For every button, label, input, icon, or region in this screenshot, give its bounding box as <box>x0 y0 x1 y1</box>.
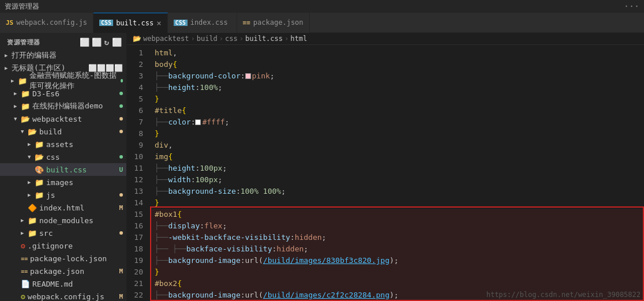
tree-item-assets[interactable]: ▶ 📁 assets <box>0 138 126 150</box>
item-label: 在线拓扑编辑器demo <box>32 101 103 111</box>
collapse-icon[interactable]: ⬜ <box>112 37 122 47</box>
breadcrumb-build[interactable]: build <box>197 35 218 43</box>
code-line-17: ├── -webkit-backface-visibility: hidden; <box>150 232 644 243</box>
code-line-9: div, <box>150 140 644 151</box>
breadcrumb-html[interactable]: html <box>290 35 307 43</box>
tree-item-gitignore[interactable]: ⚙ .gitignore <box>0 239 126 252</box>
sidebar-section-open-editors[interactable]: ▶ 打开的编辑器 <box>0 49 126 62</box>
css-file-icon: 🎨 <box>35 165 44 174</box>
breadcrumb-part: 📂 <box>133 35 141 43</box>
code-editor[interactable]: 12345 678910 1112131415 1617181920 21222… <box>127 45 644 301</box>
badge-m: M <box>119 293 123 300</box>
status-dot <box>119 231 123 235</box>
code-line-19: ├── background-image: url(/build/images/… <box>150 255 644 266</box>
item-label: build <box>39 127 62 136</box>
tab-webpack-config[interactable]: JS webpack.config.js <box>0 13 93 33</box>
folder-icon: 📁 <box>35 178 44 187</box>
code-line-20: } <box>150 266 644 278</box>
folder-icon: 📁 <box>35 191 44 200</box>
status-dot <box>119 130 123 133</box>
badge-m: M <box>119 204 123 212</box>
code-line-21: #box2 { <box>150 278 644 289</box>
line-numbers: 12345 678910 1112131415 1617181920 21222… <box>127 45 150 301</box>
ellipsis-icon[interactable]: ··· <box>624 1 639 12</box>
arrow-icon: ▶ <box>14 103 21 109</box>
tabbar: JS webpack.config.js CSS built.css × CSS… <box>0 13 644 33</box>
code-line-1: html, <box>150 47 644 59</box>
item-label: css <box>46 153 59 161</box>
breadcrumb-sep: › <box>219 35 223 43</box>
breadcrumb-css[interactable]: css <box>225 35 238 43</box>
tab-label: built.css <box>116 19 153 27</box>
tree-item-webpacktest[interactable]: ▼ 📂 webpacktest <box>0 112 126 125</box>
tree-item-readme[interactable]: 📄 README.md <box>0 277 126 290</box>
js-file-icon: ⚙ <box>21 292 25 301</box>
tree-item-topology[interactable]: ▶ 📁 在线拓扑编辑器demo <box>0 100 126 112</box>
arrow-icon: ▶ <box>5 65 12 71</box>
arrow-icon: ▶ <box>11 78 18 84</box>
item-label: webpack.config.js <box>28 292 104 301</box>
html-file-icon: 🔶 <box>28 204 37 212</box>
md-file-icon: 📄 <box>21 280 30 288</box>
code-line-11: ├── height: 100px; <box>150 163 644 174</box>
tab-label: webpack.config.js <box>16 18 87 27</box>
item-label: assets <box>46 140 73 149</box>
tab-label: index.css <box>190 18 228 27</box>
tree-item-node-modules[interactable]: ▶ 📁 node_modules <box>0 214 126 227</box>
item-label: webpacktest <box>32 115 82 123</box>
tree-item-package-lock[interactable]: ≡≡ package-lock.json <box>0 252 126 265</box>
new-folder-icon[interactable]: ⬜ <box>92 37 102 47</box>
color-swatch <box>195 119 201 125</box>
tree-item-built-css[interactable]: 🎨 built.css U <box>0 163 126 176</box>
css-icon: CSS <box>174 20 188 26</box>
folder-icon: 📁 <box>18 77 27 85</box>
main-area: 资源管理器 ⬜ ⬜ ↻ ⬜ ▶ 打开的编辑器 ▶ 无标题(工作区) ⬜⬜⬜⬜ <box>0 33 644 301</box>
breadcrumb-built-css[interactable]: built.css <box>245 35 283 43</box>
tab-index-css[interactable]: CSS index.css <box>168 13 237 33</box>
breadcrumb-sep: › <box>239 35 244 43</box>
code-line-22: ├── background-image: url(/build/images/… <box>150 289 644 301</box>
code-wrapper: html, body { ├── background-color: pink;… <box>150 45 644 301</box>
item-label: D3-Es6 <box>32 89 59 98</box>
tree-item-css[interactable]: ▼ 📂 css <box>0 150 126 163</box>
tab-package-json[interactable]: ≡≡ package.json <box>237 13 310 33</box>
arrow-icon: ▶ <box>5 52 12 58</box>
code-line-10: img { <box>150 151 644 163</box>
tree-item-js[interactable]: ▶ 📁 js <box>0 189 126 201</box>
sidebar-header: 资源管理器 ⬜ ⬜ ↻ ⬜ <box>0 33 126 49</box>
sidebar: 资源管理器 ⬜ ⬜ ↻ ⬜ ▶ 打开的编辑器 ▶ 无标题(工作区) ⬜⬜⬜⬜ <box>0 33 127 301</box>
arrow-icon: ▼ <box>28 154 35 160</box>
code-line-5: } <box>150 93 644 105</box>
status-dot <box>119 104 123 108</box>
folder-open-icon: 📂 <box>21 115 30 123</box>
item-label: built.css <box>46 165 87 174</box>
code-line-4: ├── height: 100%; <box>150 82 644 93</box>
tree-item-webpack-config[interactable]: ⚙ webpack.config.js M <box>0 290 126 301</box>
code-line-7: ├── color: #ffff; <box>150 116 644 128</box>
folder-open-icon: 📂 <box>28 127 37 136</box>
tree-item-index-html[interactable]: 🔶 index.html M <box>0 201 126 214</box>
sidebar-body: ▶ 打开的编辑器 ▶ 无标题(工作区) ⬜⬜⬜⬜ ▶ 📁 金融营销赋能系统-图数… <box>0 49 126 301</box>
new-file-icon[interactable]: ⬜ <box>80 37 90 47</box>
arrow-icon: ▶ <box>14 91 21 96</box>
item-label: images <box>46 178 73 187</box>
code-line-15: #box1 { <box>150 209 644 220</box>
git-file-icon: ⚙ <box>21 242 25 250</box>
breadcrumb-webpacktest[interactable]: webpacktest <box>143 35 189 43</box>
tree-item-package-json[interactable]: ≡≡ package.json M <box>0 265 126 277</box>
tab-built-css[interactable]: CSS built.css × <box>93 13 168 33</box>
tree-item-financial[interactable]: ▶ 📁 金融营销赋能系统-图数据库可视化操作 <box>0 74 126 87</box>
close-icon[interactable]: × <box>156 18 161 28</box>
item-label: package.json <box>30 267 84 276</box>
arrow-icon: ▶ <box>21 217 28 223</box>
tree-item-d3[interactable]: ▶ 📁 D3-Es6 <box>0 87 126 100</box>
tree-item-images[interactable]: ▶ 📁 images <box>0 176 126 189</box>
json-icon: ≡≡ <box>243 19 250 27</box>
titlebar: 资源管理器 ··· <box>0 0 644 13</box>
tree-item-src[interactable]: ▶ 📁 src <box>0 227 126 239</box>
code-line-16: ├── display: flex; <box>150 220 644 232</box>
code-line-13: ├── background-size: 100% 100%; <box>150 186 644 197</box>
refresh-icon[interactable]: ↻ <box>104 37 110 47</box>
tree-item-build[interactable]: ▼ 📂 build <box>0 125 126 138</box>
sidebar-actions: ⬜ ⬜ ↻ ⬜ <box>80 37 122 47</box>
